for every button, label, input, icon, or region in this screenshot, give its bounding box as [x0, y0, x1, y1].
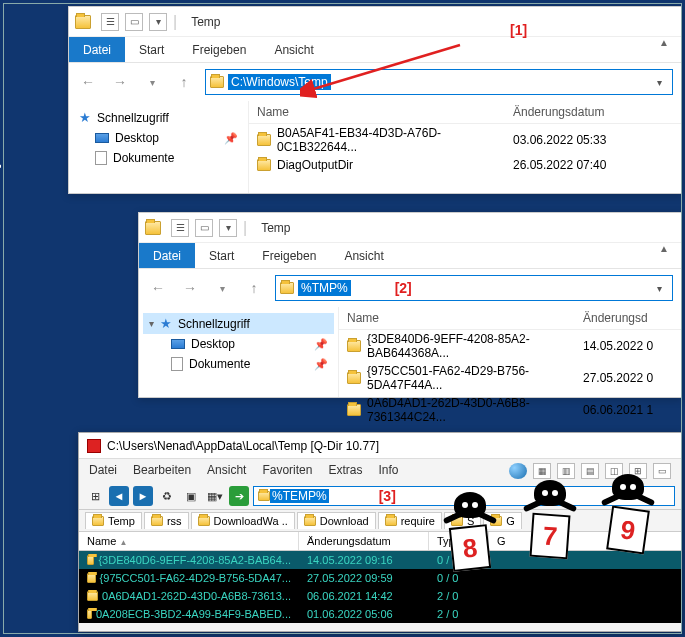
- qat-properties-icon[interactable]: ☰: [171, 219, 189, 237]
- tab[interactable]: G: [483, 512, 522, 529]
- folder-icon: [258, 491, 270, 501]
- nav-desktop[interactable]: Desktop 📌: [143, 334, 334, 354]
- file-name: {975CC501-FA62-4D29-B756-5DA47...: [100, 572, 291, 584]
- qat-newfolder-icon[interactable]: ▭: [195, 219, 213, 237]
- back-button[interactable]: ◄: [109, 486, 129, 506]
- titlebar[interactable]: ☰ ▭ ▾ | Temp: [139, 213, 681, 243]
- file-name: 0A6D4AD1-262D-43D0-A6B8-7361344C24...: [367, 396, 577, 424]
- recycle-icon[interactable]: ♻: [157, 486, 177, 506]
- layout-icon[interactable]: ▤: [581, 463, 599, 479]
- nav-label: Schnellzugriff: [178, 317, 250, 331]
- menu-edit[interactable]: Bearbeiten: [133, 463, 191, 479]
- up-button[interactable]: ↑: [243, 277, 265, 299]
- ribbon-collapse-icon[interactable]: ▲: [647, 243, 681, 268]
- folder-icon: [385, 516, 397, 526]
- tab[interactable]: DownloadWa ..: [191, 512, 295, 529]
- go-button[interactable]: ➔: [229, 486, 249, 506]
- history-dropdown-icon[interactable]: ▾: [141, 71, 163, 93]
- column-headers[interactable]: Name ▲ Änderungsdatum Typ G: [79, 532, 681, 551]
- list-item[interactable]: 0A6D4AD1-262D-43D0-A6B8-7361344C24...06.…: [339, 394, 681, 426]
- address-dropdown-icon[interactable]: ▾: [651, 283, 668, 294]
- views-icon[interactable]: ⊞: [85, 486, 105, 506]
- ribbon-tabs: Datei Start Freigeben Ansicht ▲: [69, 37, 681, 63]
- list-item[interactable]: 0A6D4AD1-262D-43D0-A6B8-73613...06.06.20…: [79, 587, 681, 605]
- tab-label: DownloadWa ..: [214, 515, 288, 527]
- file-type: 0 / 0: [429, 572, 489, 584]
- menu-extras[interactable]: Extras: [328, 463, 362, 479]
- address-text: %TMP%: [298, 280, 351, 296]
- grid-icon[interactable]: ▦▾: [205, 486, 225, 506]
- list-item[interactable]: {975CC501-FA62-4D29-B756-5DA47...27.05.2…: [79, 569, 681, 587]
- tab-file[interactable]: Datei: [139, 243, 195, 268]
- nav-desktop[interactable]: Desktop 📌: [73, 128, 244, 148]
- tab-view[interactable]: Ansicht: [260, 37, 327, 62]
- menu-file[interactable]: Datei: [89, 463, 117, 479]
- nav-documents[interactable]: Dokumente 📌: [143, 354, 334, 374]
- tab-view[interactable]: Ansicht: [330, 243, 397, 268]
- qat-dropdown-icon[interactable]: ▾: [149, 13, 167, 31]
- file-name: {3DE840D6-9EFF-4208-85A2-BAB644368A...: [367, 332, 577, 360]
- address-dropdown-icon[interactable]: ▾: [651, 77, 668, 88]
- address-bar[interactable]: %TMP% [2] ▾: [275, 275, 673, 301]
- list-item[interactable]: B0A5AF41-EB34-4D3D-A76D-0C1B322644... 03…: [249, 124, 681, 156]
- folder-icon: [145, 221, 161, 235]
- nav-quick-access[interactable]: ▾ ★ Schnellzugriff: [143, 313, 334, 334]
- explorer-icon[interactable]: ▣: [181, 486, 201, 506]
- ribbon-collapse-icon[interactable]: ▲: [647, 37, 681, 62]
- col-date[interactable]: Änderungsdatum: [513, 105, 673, 119]
- col-type[interactable]: Typ: [429, 532, 489, 550]
- tab-share[interactable]: Freigeben: [248, 243, 330, 268]
- history-dropdown-icon[interactable]: ▾: [211, 277, 233, 299]
- forward-button[interactable]: →: [109, 71, 131, 93]
- layout-icon[interactable]: ▥: [557, 463, 575, 479]
- list-item[interactable]: {3DE840D6-9EFF-4208-85A2-BAB644368A...14…: [339, 330, 681, 362]
- col-name[interactable]: Name: [257, 105, 513, 119]
- forward-button[interactable]: ►: [133, 486, 153, 506]
- qat-dropdown-icon[interactable]: ▾: [219, 219, 237, 237]
- tab-file[interactable]: Datei: [69, 37, 125, 62]
- list-item[interactable]: DiagOutputDir 26.05.2022 07:40: [249, 156, 681, 174]
- up-button[interactable]: ↑: [173, 71, 195, 93]
- column-headers[interactable]: Name Änderungsdatum: [249, 101, 681, 124]
- file-name: DiagOutputDir: [277, 158, 507, 172]
- tab[interactable]: S: [444, 512, 481, 529]
- titlebar[interactable]: C:\Users\Nenad\AppData\Local\Temp [Q-Dir…: [79, 433, 681, 459]
- qat-properties-icon[interactable]: ☰: [101, 13, 119, 31]
- column-headers[interactable]: Name Änderungsd: [339, 307, 681, 330]
- nav-quick-access[interactable]: ★ Schnellzugriff: [73, 107, 244, 128]
- back-button[interactable]: ←: [147, 277, 169, 299]
- list-item[interactable]: 0A208ECB-3BD2-4A99-B4F9-BABED...01.06.20…: [79, 605, 681, 623]
- tab-start[interactable]: Start: [125, 37, 178, 62]
- address-bar[interactable]: C:\Windows\Temp ▾: [205, 69, 673, 95]
- menu-favorites[interactable]: Favoriten: [262, 463, 312, 479]
- layout-icon[interactable]: ▦: [533, 463, 551, 479]
- tab-start[interactable]: Start: [195, 243, 248, 268]
- col-name[interactable]: Name ▲: [79, 532, 299, 550]
- address-bar[interactable]: %TEMP% [3]: [253, 486, 675, 506]
- layout-icon[interactable]: ⊞: [629, 463, 647, 479]
- tab[interactable]: require: [378, 512, 442, 529]
- tab-label: G: [506, 515, 515, 527]
- nav-documents[interactable]: Dokumente: [73, 148, 244, 168]
- tab[interactable]: Temp: [85, 512, 142, 529]
- list-item[interactable]: {3DE840D6-9EFF-4208-85A2-BAB64...14.05.2…: [79, 551, 681, 569]
- menu-view[interactable]: Ansicht: [207, 463, 246, 479]
- col-date[interactable]: Änderungsdatum: [299, 532, 429, 550]
- back-button[interactable]: ←: [77, 71, 99, 93]
- tab[interactable]: rss: [144, 512, 189, 529]
- menu-info[interactable]: Info: [378, 463, 398, 479]
- titlebar[interactable]: ☰ ▭ ▾ | Temp: [69, 7, 681, 37]
- tab[interactable]: Download: [297, 512, 376, 529]
- forward-button[interactable]: →: [179, 277, 201, 299]
- list-item[interactable]: {975CC501-FA62-4D29-B756-5DA47F44A...27.…: [339, 362, 681, 394]
- tab-share[interactable]: Freigeben: [178, 37, 260, 62]
- quick-access-toolbar: ☰ ▭ ▾: [101, 13, 167, 31]
- col-name[interactable]: Name: [347, 311, 583, 325]
- col-size[interactable]: G: [489, 532, 539, 550]
- chevron-down-icon: ▾: [149, 318, 154, 329]
- layout-icon[interactable]: ◫: [605, 463, 623, 479]
- qat-newfolder-icon[interactable]: ▭: [125, 13, 143, 31]
- globe-icon[interactable]: [509, 463, 527, 479]
- layout-icon[interactable]: ▭: [653, 463, 671, 479]
- col-date[interactable]: Änderungsd: [583, 311, 673, 325]
